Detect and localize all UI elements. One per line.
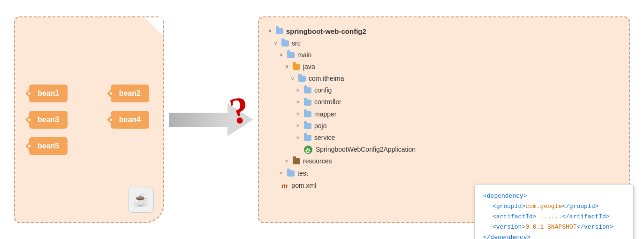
- chevron-icon: >: [285, 157, 291, 166]
- xml-tag: </groupId>: [562, 203, 599, 210]
- folder-icon: [304, 111, 311, 117]
- chevron-icon: ∨: [280, 51, 285, 59]
- chevron-icon: >: [280, 169, 285, 177]
- xml-tag: </artifactId>: [562, 213, 609, 220]
- xml-tag: </dependency>: [483, 234, 530, 239]
- xml-popup: <dependency> <groupId>com.google</groupI…: [474, 184, 634, 239]
- arrow-body: [169, 113, 230, 127]
- xml-tag: <groupId>: [492, 203, 525, 210]
- project-label: springboot-web-config2: [286, 25, 366, 38]
- file-tree: ∨ springboot-web-config2 ∨ src ∨ main ∨ …: [268, 25, 620, 192]
- folder-icon: [287, 170, 295, 177]
- xml-value: com.google: [525, 203, 562, 210]
- config-label: config: [314, 85, 332, 96]
- java-icon: ☕: [128, 187, 154, 213]
- tree-row-project[interactable]: ∨ springboot-web-config2: [268, 25, 620, 38]
- pom-m-icon: m: [281, 179, 288, 192]
- folder-icon: [304, 100, 311, 106]
- folder-icon: [281, 40, 289, 46]
- chevron-icon: >: [296, 98, 302, 107]
- bean2: bean2: [111, 85, 149, 102]
- tree-row-service[interactable]: > service: [268, 132, 620, 144]
- xml-line-3: <artifactId> ......</artifactId>: [483, 212, 625, 222]
- xml-value: ......: [537, 213, 562, 220]
- tree-row-main[interactable]: ∨ main: [268, 49, 620, 61]
- xml-value: 0.0.1-SNAPSHOT: [525, 224, 576, 231]
- tree-row-java[interactable]: ∨ java: [268, 61, 620, 73]
- bean3: bean3: [29, 111, 68, 129]
- chevron-icon: >: [296, 122, 302, 130]
- spring-icon: [304, 146, 312, 154]
- xml-line-1: <dependency>: [483, 191, 625, 201]
- chevron-icon: >: [296, 110, 302, 118]
- tree-row-resources[interactable]: > resources: [268, 155, 620, 167]
- folder-icon: [304, 87, 311, 93]
- tree-row-mapper[interactable]: > mapper: [268, 108, 620, 120]
- src-label: src: [292, 38, 301, 49]
- bean4: bean4: [111, 111, 149, 129]
- tree-row-application[interactable]: SpringbootWebConfig2Application: [268, 144, 620, 155]
- folder-icon: [304, 123, 311, 129]
- xml-line-2: <groupId>com.google</groupId>: [483, 201, 625, 212]
- xml-line-4: <version>0.0.1-SNAPSHOT</version>: [483, 222, 625, 232]
- main-container: bean1 bean2 bean3 bean4 bean5 ☕ ? ∨ spri…: [0, 0, 644, 239]
- controller-label: controller: [314, 96, 341, 108]
- service-label: service: [314, 132, 335, 144]
- chevron-icon: >: [296, 86, 302, 95]
- right-panel: ∨ springboot-web-config2 ∨ src ∨ main ∨ …: [258, 16, 630, 223]
- chevron-icon: ∨: [285, 62, 291, 71]
- resources-folder-icon: [293, 158, 300, 164]
- resources-label: resources: [303, 155, 332, 167]
- application-label: SpringbootWebConfig2Application: [316, 144, 416, 155]
- xml-line-5: </dependency>: [483, 232, 625, 239]
- main-label: main: [297, 49, 311, 61]
- tree-row-test[interactable]: > test: [268, 168, 620, 179]
- folder-icon: [304, 135, 311, 141]
- tree-row-controller[interactable]: > controller: [268, 96, 620, 108]
- tree-row-src[interactable]: ∨ src: [268, 38, 620, 49]
- chevron-icon: >: [296, 134, 302, 142]
- xml-tag: <artifactId>: [492, 213, 537, 220]
- chevron-icon: ∨: [274, 39, 280, 47]
- pojo-label: pojo: [314, 120, 326, 132]
- tree-row-pojo[interactable]: > pojo: [268, 120, 620, 132]
- xml-tag: </version>: [576, 224, 613, 231]
- beans-grid: bean1 bean2 bean3 bean4 bean5: [29, 85, 149, 155]
- mapper-label: mapper: [314, 108, 336, 120]
- xml-tag: <version>: [492, 224, 525, 231]
- arrow-section: ?: [164, 106, 258, 134]
- chevron-icon: ∨: [291, 75, 296, 83]
- pom-label: pom.xml: [291, 180, 316, 192]
- bean1: bean1: [29, 85, 68, 102]
- com-itheima-label: com.itheima: [309, 73, 344, 85]
- tree-row-com-itheima[interactable]: ∨ com.itheima: [268, 73, 620, 85]
- java-folder-icon: [293, 64, 300, 70]
- bean5: bean5: [29, 137, 68, 155]
- java-label: java: [303, 61, 315, 73]
- test-label: test: [297, 168, 308, 179]
- chevron-icon: ∨: [268, 27, 274, 35]
- left-panel: bean1 bean2 bean3 bean4 bean5 ☕: [14, 16, 164, 223]
- folder-icon: [287, 52, 295, 58]
- folder-icon: [298, 76, 306, 82]
- tree-row-config[interactable]: > config: [268, 85, 620, 96]
- folder-icon: [276, 28, 283, 34]
- xml-tag: <dependency>: [483, 193, 527, 200]
